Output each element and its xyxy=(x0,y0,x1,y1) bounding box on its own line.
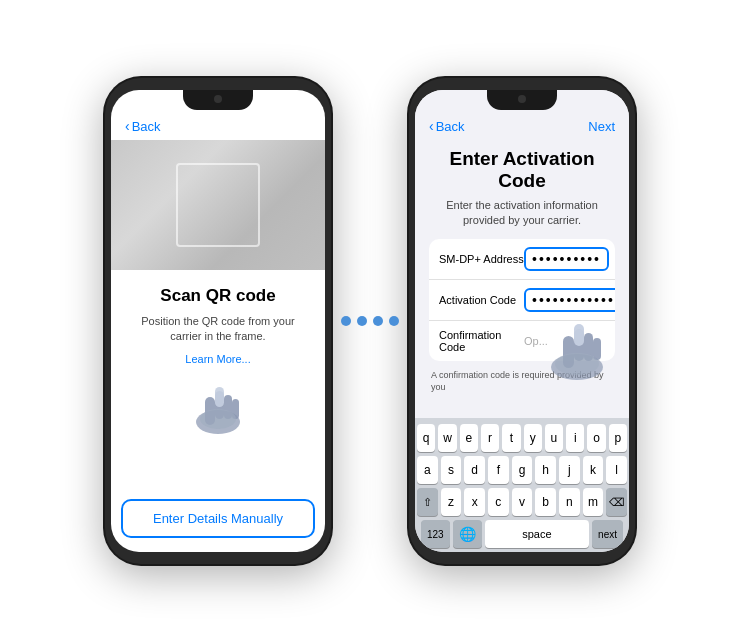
confirmation-code-label: Confirmation Code xyxy=(439,329,524,353)
key-delete[interactable]: ⌫ xyxy=(606,488,627,516)
right-phone: ‹ Back Next Enter Activation Code Enter … xyxy=(407,76,637,566)
left-notch xyxy=(183,90,253,110)
keyboard-row-3: ⇧ z x c v b n m ⌫ xyxy=(417,488,627,516)
smdp-row: SM-DP+ Address •••••••••• xyxy=(429,239,615,280)
step-dot-4 xyxy=(389,316,399,326)
key-q[interactable]: q xyxy=(417,424,435,452)
scan-content: Scan QR code Position the QR code from y… xyxy=(111,270,325,493)
confirmation-placeholder: Op... xyxy=(524,335,548,347)
key-r[interactable]: r xyxy=(481,424,499,452)
smdp-value: •••••••••• xyxy=(532,251,601,267)
key-m[interactable]: m xyxy=(583,488,604,516)
activation-form: SM-DP+ Address •••••••••• Activation Cod… xyxy=(429,239,615,361)
key-z[interactable]: z xyxy=(441,488,462,516)
learn-more-link[interactable]: Learn More... xyxy=(185,353,250,365)
left-phone-screen: ‹ Back Scan QR code Position the QR code… xyxy=(111,90,325,552)
step-dot-1 xyxy=(341,316,351,326)
key-shift[interactable]: ⇧ xyxy=(417,488,438,516)
smdp-label: SM-DP+ Address xyxy=(439,253,524,265)
key-g[interactable]: g xyxy=(512,456,533,484)
confirmation-code-row: Confirmation Code Op... xyxy=(429,321,615,361)
activation-code-label: Activation Code xyxy=(439,294,524,306)
key-numbers[interactable]: 123 xyxy=(421,520,450,548)
key-next[interactable]: next xyxy=(592,520,623,548)
key-p[interactable]: p xyxy=(609,424,627,452)
activation-title: Enter Activation Code xyxy=(429,148,615,192)
keyboard-bottom-row: 123 🌐 space next xyxy=(417,520,627,548)
svg-point-5 xyxy=(200,409,236,429)
right-notch xyxy=(487,90,557,110)
left-back-chevron-icon: ‹ xyxy=(125,118,130,134)
key-globe[interactable]: 🌐 xyxy=(453,520,482,548)
step-dot-3 xyxy=(373,316,383,326)
key-d[interactable]: d xyxy=(464,456,485,484)
activation-code-input[interactable]: •••••••••••••• xyxy=(524,288,615,312)
key-f[interactable]: f xyxy=(488,456,509,484)
svg-rect-6 xyxy=(215,387,224,407)
left-phone: ‹ Back Scan QR code Position the QR code… xyxy=(103,76,333,566)
keyboard-row-1: q w e r t y u i o p xyxy=(417,424,627,452)
keyboard: q w e r t y u i o p a s d f g h xyxy=(415,418,629,552)
left-back-button[interactable]: ‹ Back xyxy=(125,118,161,134)
key-s[interactable]: s xyxy=(441,456,462,484)
key-o[interactable]: o xyxy=(587,424,605,452)
activation-code-row: Activation Code •••••••••••••• xyxy=(429,280,615,321)
key-v[interactable]: v xyxy=(512,488,533,516)
scene: ‹ Back Scan QR code Position the QR code… xyxy=(0,0,740,642)
key-n[interactable]: n xyxy=(559,488,580,516)
right-speaker xyxy=(518,95,526,103)
key-u[interactable]: u xyxy=(545,424,563,452)
scan-title: Scan QR code xyxy=(160,286,275,306)
key-c[interactable]: c xyxy=(488,488,509,516)
right-phone-screen: ‹ Back Next Enter Activation Code Enter … xyxy=(415,90,629,552)
key-h[interactable]: h xyxy=(535,456,556,484)
right-back-button[interactable]: ‹ Back xyxy=(429,118,465,134)
confirmation-note: A confirmation code is required provided… xyxy=(429,369,615,394)
step-dots xyxy=(341,316,399,326)
key-space[interactable]: space xyxy=(485,520,589,548)
keyboard-row-2: a s d f g h j k l xyxy=(417,456,627,484)
confirmation-code-input[interactable]: Op... xyxy=(524,335,605,347)
step-dot-2 xyxy=(357,316,367,326)
activation-subtitle: Enter the activation information provide… xyxy=(429,198,615,229)
right-back-chevron-icon: ‹ xyxy=(429,118,434,134)
left-speaker xyxy=(214,95,222,103)
camera-viewfinder xyxy=(111,140,325,270)
key-t[interactable]: t xyxy=(502,424,520,452)
smdp-input[interactable]: •••••••••• xyxy=(524,247,609,271)
key-y[interactable]: y xyxy=(524,424,542,452)
key-k[interactable]: k xyxy=(583,456,604,484)
activation-code-value: •••••••••••••• xyxy=(532,292,615,308)
left-back-label: Back xyxy=(132,119,161,134)
key-j[interactable]: j xyxy=(559,456,580,484)
key-a[interactable]: a xyxy=(417,456,438,484)
right-content: Enter Activation Code Enter the activati… xyxy=(415,140,629,418)
hand-illustration xyxy=(183,377,253,437)
right-back-label: Back xyxy=(436,119,465,134)
key-b[interactable]: b xyxy=(535,488,556,516)
enter-details-button[interactable]: Enter Details Manually xyxy=(121,499,315,538)
key-i[interactable]: i xyxy=(566,424,584,452)
key-l[interactable]: l xyxy=(606,456,627,484)
key-w[interactable]: w xyxy=(438,424,456,452)
key-x[interactable]: x xyxy=(464,488,485,516)
key-e[interactable]: e xyxy=(460,424,478,452)
scan-description: Position the QR code from your carrier i… xyxy=(125,314,311,345)
right-next-button[interactable]: Next xyxy=(588,119,615,134)
